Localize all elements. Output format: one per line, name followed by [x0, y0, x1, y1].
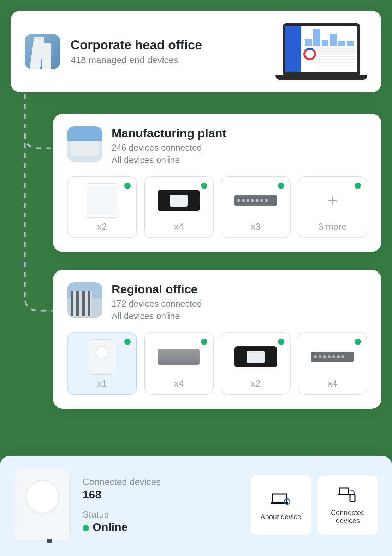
site-sub2: All devices online	[112, 154, 226, 166]
status-label: Status	[83, 509, 239, 520]
device-count: x1	[97, 378, 107, 389]
site-sub1: 246 devices connected	[112, 142, 226, 154]
connected-devices-button[interactable]: Connected devices	[318, 475, 378, 535]
status-dot-online	[124, 339, 131, 345]
connected-devices-label: Connected devices	[83, 477, 239, 488]
connected-devices-value: 168	[83, 488, 239, 501]
access-point-icon	[85, 183, 119, 218]
status-dot-online	[124, 183, 131, 189]
plant-image	[67, 126, 102, 162]
connected-devices-label: Connected devices	[321, 509, 374, 525]
router-icon	[158, 190, 200, 211]
device-count: x3	[251, 221, 260, 232]
switch-icon	[234, 195, 277, 206]
site-title: Manufacturing plant	[112, 126, 226, 140]
head-subtitle: 418 managed end devices	[71, 55, 202, 66]
status-dot-online	[201, 339, 207, 345]
regional-image	[67, 282, 102, 318]
router-icon	[234, 346, 277, 367]
status-dot-online	[201, 183, 207, 189]
svg-rect-4	[339, 488, 349, 494]
switch-icon	[311, 352, 354, 362]
site-sub1: 172 devices connected	[112, 298, 202, 310]
device-tile-router[interactable]: x4	[144, 176, 214, 238]
device-count: x4	[328, 378, 337, 389]
device-tile-ap[interactable]: x2	[67, 176, 137, 238]
head-office-card[interactable]: Corporate head office 418 managed end de…	[11, 11, 381, 92]
device-count: x4	[174, 378, 184, 389]
device-detail-panel: Connected devices 168 Status Online i Ab…	[0, 456, 392, 556]
device-more-label: 3 more	[318, 221, 347, 232]
status-dot-online	[355, 339, 361, 345]
head-office-image	[25, 34, 60, 69]
site-sub2: All devices online	[112, 310, 202, 322]
site-card-manufacturing[interactable]: Manufacturing plant 246 devices connecte…	[53, 114, 381, 252]
device-tile-router[interactable]: x2	[221, 332, 291, 395]
device-tile-more[interactable]: + 3 more	[298, 176, 368, 238]
site-card-regional[interactable]: Regional office 172 devices connected Al…	[53, 270, 381, 409]
device-count: x4	[174, 221, 184, 232]
plus-icon: +	[327, 192, 337, 209]
status-dot-online	[278, 339, 284, 345]
svg-rect-6	[350, 494, 355, 501]
device-large-image	[14, 470, 71, 540]
status-dot-online	[83, 525, 89, 531]
head-title: Corporate head office	[71, 38, 202, 53]
laptop-dashboard-image	[275, 23, 367, 80]
device-tile-switch[interactable]: x3	[221, 176, 291, 238]
device-count: x2	[251, 378, 260, 389]
device-tile-gateway[interactable]: x4	[144, 332, 214, 395]
status-value: Online	[93, 521, 128, 533]
gateway-icon	[158, 349, 200, 365]
device-count: x2	[97, 221, 107, 232]
svg-text:i: i	[286, 500, 287, 504]
connected-devices-icon	[338, 485, 358, 504]
device-tile-cpe[interactable]: x1	[67, 332, 137, 395]
about-device-button[interactable]: i About device	[251, 475, 311, 535]
device-tile-switch[interactable]: x4	[298, 332, 368, 395]
about-device-icon: i	[271, 490, 291, 508]
site-title: Regional office	[112, 282, 202, 296]
cpe-icon	[90, 339, 114, 375]
svg-rect-5	[338, 494, 350, 495]
about-device-label: About device	[260, 513, 301, 521]
status-dot-online	[355, 183, 361, 189]
status-dot-online	[278, 183, 284, 189]
